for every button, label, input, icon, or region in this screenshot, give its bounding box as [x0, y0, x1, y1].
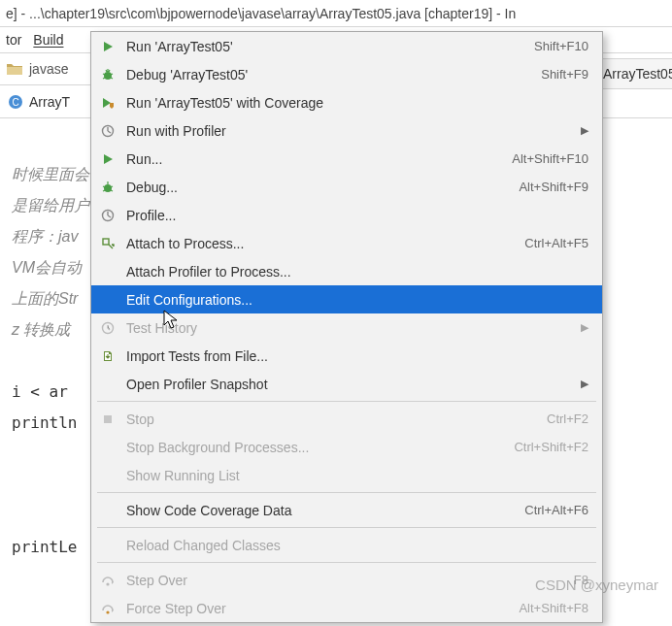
- right-side-tab[interactable]: ArrayTest05: [596, 58, 672, 89]
- profiler-icon: [99, 207, 117, 224]
- submenu-arrow-icon: ▶: [581, 321, 588, 334]
- force-step-over-icon: [99, 600, 117, 617]
- history-icon: [99, 319, 117, 337]
- class-file-icon: C: [8, 94, 23, 110]
- menu-run[interactable]: Run... Alt+Shift+F10: [91, 145, 602, 173]
- svg-point-4: [104, 184, 112, 192]
- svg-point-10: [106, 610, 109, 613]
- right-tab-label: ArrayTest05: [603, 66, 672, 82]
- window-title-bar: e] - ...\chapter19\src\com\bjpowernode\j…: [0, 0, 672, 27]
- svg-point-9: [106, 582, 109, 585]
- menu-open-profiler-snapshot[interactable]: Open Profiler Snapshot ▶: [91, 370, 602, 398]
- svg-text:C: C: [12, 96, 18, 107]
- menu-debug[interactable]: Debug... Alt+Shift+F9: [91, 173, 602, 201]
- profiler-icon: [99, 122, 117, 140]
- watermark: CSDN @xyneymar: [535, 577, 658, 593]
- submenu-arrow-icon: ▶: [581, 378, 588, 390]
- menu-separator: [97, 401, 596, 402]
- folder-icon: [6, 62, 23, 76]
- svg-rect-8: [104, 415, 112, 423]
- stop-icon: [99, 411, 117, 428]
- menu-debug-named[interactable]: Debug 'ArrayTest05' Shift+F9: [91, 60, 602, 88]
- menu-edit-configurations[interactable]: Edit Configurations...: [91, 285, 602, 313]
- menu-show-running: Show Running List: [91, 461, 602, 489]
- import-icon: [99, 347, 117, 365]
- menu-attach-profiler[interactable]: Attach Profiler to Process...: [91, 257, 602, 285]
- menu-test-history: Test History ▶: [91, 313, 602, 342]
- menu-stop: Stop Ctrl+F2: [91, 405, 602, 433]
- breadcrumb-item[interactable]: javase: [29, 61, 68, 77]
- menu-stop-bg: Stop Background Processes... Ctrl+Shift+…: [91, 433, 602, 461]
- window-title: e] - ...\chapter19\src\com\bjpowernode\j…: [6, 6, 516, 21]
- menu-run-named[interactable]: Run 'ArrayTest05' Shift+F10: [91, 32, 602, 60]
- menu-import-tests[interactable]: Import Tests from File...: [91, 342, 602, 370]
- play-icon: [99, 150, 117, 168]
- editor-tab-active[interactable]: ArrayT: [29, 94, 70, 110]
- menu-run-profiler[interactable]: Run with Profiler ▶: [91, 116, 602, 145]
- menu-separator: [97, 527, 596, 528]
- play-shield-icon: [99, 94, 117, 112]
- menu-separator: [97, 562, 596, 563]
- bug-icon: [99, 179, 117, 196]
- menu-reload-classes: Reload Changed Classes: [91, 531, 602, 559]
- menu-run-coverage[interactable]: Run 'ArrayTest05' with Coverage: [91, 88, 602, 116]
- menu-show-coverage[interactable]: Show Code Coverage Data Ctrl+Alt+F6: [91, 496, 602, 524]
- menu-refactor[interactable]: tor: [6, 32, 21, 48]
- svg-point-2: [104, 72, 112, 80]
- menu-separator: [97, 492, 596, 493]
- menu-build[interactable]: Build: [33, 32, 63, 48]
- menu-step-over: Step Over F8: [91, 566, 602, 594]
- attach-icon: [99, 235, 117, 252]
- step-over-icon: [99, 572, 117, 589]
- svg-rect-6: [103, 239, 109, 245]
- menu-attach-process[interactable]: Attach to Process... Ctrl+Alt+F5: [91, 229, 602, 257]
- run-context-menu[interactable]: Run 'ArrayTest05' Shift+F10 Debug 'Array…: [90, 31, 603, 623]
- bug-icon: [99, 66, 117, 83]
- play-icon: [99, 38, 117, 55]
- submenu-arrow-icon: ▶: [581, 124, 588, 137]
- menu-force-step-over: Force Step Over Alt+Shift+F8: [91, 594, 602, 622]
- menu-profile[interactable]: Profile...: [91, 201, 602, 229]
